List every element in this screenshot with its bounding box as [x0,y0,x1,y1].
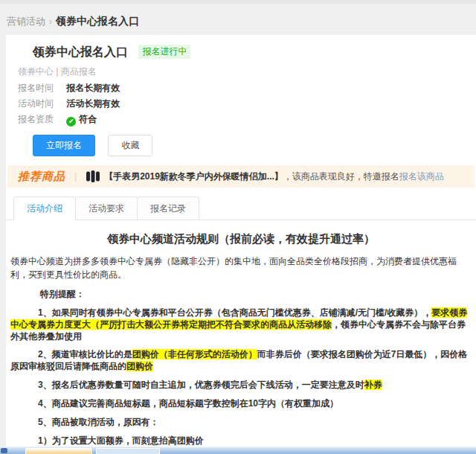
recommend-bar: 推荐商品 | 【手表男2019新款冬季户内外保暖情侣加...】 ，该商品表现良好… [7,165,475,188]
breadcrumb-separator: › [49,16,52,27]
apply-now-button[interactable]: 立即报名 [33,135,95,156]
qualification-value: 符合 [79,114,97,124]
rule-paragraph: 1）为了设置大面额券，而刻意抬高团购价 [10,435,472,447]
rule-paragraph: 4、商品建议完善商品短标题，商品短标题字数控制在10字内（有权重加成） [10,398,472,410]
activity-card: 领券中心报名入口 报名进行中 领券中心 | 商品报名 报名时间 报名长期有效 活… [6,35,476,447]
rules-title: 领券中心频道活动规则（报前必读，有效提升通过率） [10,232,472,246]
activity-subtitle: 领券中心 | 商品报名 [18,65,476,78]
activity-time-row: 活动时间 活动长期有效 [18,98,476,109]
check-circle-icon: ✔ [66,117,76,127]
recommend-desc: ，该商品表现良好，特邀报名 [283,170,399,183]
tab-signup-records[interactable]: 报名记录 [137,196,199,220]
tab-activity-requirements[interactable]: 活动要求 [75,196,138,220]
activity-time-label: 活动时间 [18,98,64,109]
qualification-label: 报名资质 [18,114,64,125]
rule-paragraph: 1、如果同时有领券中心专属券和平台公开券（包含商品无门槛优惠券、店铺满减/无门槛… [10,307,472,342]
favorite-button[interactable]: 收藏 [108,135,152,156]
breadcrumb-section[interactable]: 营销活动 [7,16,45,27]
activity-title: 领券中心报名入口 [33,45,128,58]
rules-intro: 领券中心频道为拼多多领券中心专属券（隐藏非公开）的集中地，面向全品类全价格段招商… [10,255,472,281]
page-title: 领券中心报名入口 [56,15,139,27]
action-buttons: 立即报名 收藏 [33,135,476,156]
signup-time-label: 报名时间 [18,83,64,94]
rule-paragraph: 2、频道审核比价比的是团购价（非任何形式的活动价）而非券后价（要求报名团购价为近… [10,349,472,373]
recommend-product-title: 【手表男2019新款冬季户内外保暖情侣加...】 [104,170,283,183]
qualification-row: 报名资质 ✔符合 [18,114,476,127]
rule-paragraph: 5、商品被取消活动，原因有： [10,417,472,429]
taskbar-window-button[interactable] [25,448,92,454]
signup-time-value: 报名长期有效 [66,83,120,93]
rules-section: 领券中心频道活动规则（报前必读，有效提升通过率） 领券中心频道为拼多多领券中心专… [6,220,476,447]
breadcrumb: 营销活动›领券中心报名入口 [0,0,476,35]
tab-bar: 活动介绍活动要求报名记录 [6,196,476,220]
rule-paragraph: 3、报名后优惠券数量可随时自主追加，优惠券领完后会下线活动，一定要注意及时补券 [10,380,472,391]
tab-activity-intro[interactable]: 活动介绍 [13,196,76,220]
product-thumbnail-icon [86,170,100,182]
os-taskbar [0,447,476,454]
recommend-signup-link[interactable]: 报名该商品 [399,170,444,183]
special-reminder-label: 特别提醒： [10,288,472,301]
rule-list: 1、如果同时有领券中心专属券和平台公开券（包含商品无门槛优惠券、店铺满减/无门槛… [10,307,472,447]
status-badge: 报名进行中 [138,45,190,59]
card-title-row: 领券中心报名入口 报名进行中 [33,45,476,60]
taskbar-start-button[interactable] [1,448,7,453]
recommend-logo: 推荐商品 [18,170,65,184]
activity-time-value: 活动长期有效 [66,98,120,109]
recommend-divider: | [74,171,77,182]
signup-time-row: 报名时间 报名长期有效 [18,83,476,94]
taskbar-window-button[interactable] [96,448,160,454]
